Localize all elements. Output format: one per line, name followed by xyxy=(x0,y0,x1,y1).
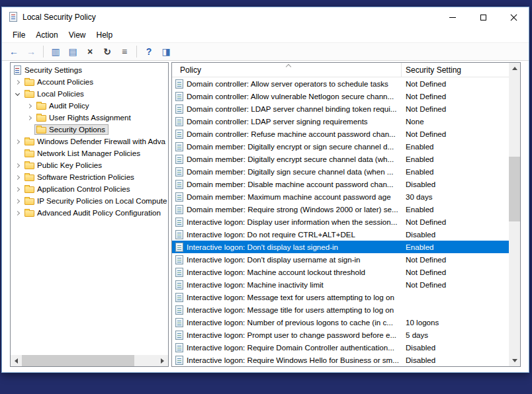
tree-chevron-slot[interactable] xyxy=(12,188,22,191)
tree-item-local-policies[interactable]: Local Policies xyxy=(11,88,168,100)
policy-row[interactable]: Interactive logon: Don't display usernam… xyxy=(172,253,509,266)
policy-row[interactable]: Interactive logon: Machine inactivity li… xyxy=(172,278,509,291)
policy-icon xyxy=(175,180,183,189)
tree-item-user-rights-assignment[interactable]: User Rights Assignment xyxy=(11,112,168,124)
menu-help[interactable]: Help xyxy=(91,28,118,42)
toolbar: ←→▥▤×↻≡?◨ xyxy=(2,42,529,61)
chevron-right-icon[interactable] xyxy=(15,79,19,84)
tree-item-security-options[interactable]: Security Options xyxy=(11,124,168,136)
vertical-scrollbar-thumb[interactable] xyxy=(509,157,520,221)
menu-file[interactable]: File xyxy=(7,28,30,42)
scroll-down-button[interactable] xyxy=(509,355,520,366)
policy-icon xyxy=(175,268,183,277)
action-pane-icon[interactable]: ◨ xyxy=(158,44,174,59)
list-header: Policy Security Setting xyxy=(172,63,509,77)
policy-row[interactable]: Interactive logon: Display user informat… xyxy=(172,216,509,228)
policy-icon xyxy=(175,343,183,352)
policy-icon xyxy=(175,280,183,290)
tree-item-account-policies[interactable]: Account Policies xyxy=(11,76,168,88)
policy-row[interactable]: Interactive logon: Require Domain Contro… xyxy=(172,341,509,354)
chevron-right-icon[interactable] xyxy=(15,163,19,167)
help-icon[interactable]: ? xyxy=(141,44,157,59)
policy-row[interactable]: Interactive logon: Machine account locko… xyxy=(172,266,509,278)
chevron-right-icon[interactable] xyxy=(26,103,31,108)
tree-chevron-slot[interactable] xyxy=(12,140,22,143)
tree-item-label: IP Security Policies on Local Compute xyxy=(37,196,167,205)
scroll-left-button[interactable] xyxy=(11,355,22,366)
policy-row[interactable]: Interactive logon: Message text for user… xyxy=(172,291,509,303)
export-list-icon[interactable]: ≡ xyxy=(116,44,132,59)
scroll-up-button[interactable] xyxy=(509,63,520,74)
column-header-security-setting[interactable]: Security Setting xyxy=(402,63,509,77)
tree-chevron-slot[interactable] xyxy=(12,81,22,84)
policy-name: Interactive logon: Don't display last si… xyxy=(187,243,402,251)
policy-icon xyxy=(175,205,183,214)
policy-row[interactable]: Domain controller: Refuse machine accoun… xyxy=(172,128,509,140)
horizontal-scrollbar-track[interactable] xyxy=(22,355,157,366)
tree-item-ip-security-policies-on-local-compute[interactable]: IP Security Policies on Local Compute xyxy=(11,195,168,207)
tree-node: Security Settings xyxy=(12,65,85,76)
policy-row[interactable]: Domain controller: Allow vulnerable Netl… xyxy=(172,90,509,102)
policy-setting: 10 logons xyxy=(402,318,509,327)
policy-name: Interactive logon: Message text for user… xyxy=(187,293,402,301)
tree-chevron-slot[interactable] xyxy=(12,164,22,167)
tree-item-public-key-policies[interactable]: Public Key Policies xyxy=(11,159,168,171)
tree-chevron-slot[interactable] xyxy=(24,116,34,120)
chevron-right-icon[interactable] xyxy=(15,139,19,143)
policy-row[interactable]: Domain controller: Allow server operator… xyxy=(172,77,509,90)
chevron-down-icon[interactable] xyxy=(15,91,19,95)
tree-item-software-restriction-policies[interactable]: Software Restriction Policies xyxy=(11,171,168,183)
window-list-icon[interactable]: ▤ xyxy=(65,44,81,59)
menu-view[interactable]: View xyxy=(64,28,91,42)
tree-horizontal-scrollbar[interactable] xyxy=(11,355,168,366)
policy-setting: Not Defined xyxy=(402,217,509,226)
console-tree-icon[interactable]: ▥ xyxy=(48,44,64,59)
horizontal-scrollbar-thumb[interactable] xyxy=(22,355,134,366)
close-button[interactable] xyxy=(498,7,529,27)
policy-row[interactable]: Interactive logon: Message title for use… xyxy=(172,303,509,316)
scroll-right-button[interactable] xyxy=(157,355,168,366)
back-icon[interactable]: ← xyxy=(6,44,22,59)
policy-row[interactable]: Domain member: Digitally encrypt secure … xyxy=(172,153,509,165)
chevron-right-icon[interactable] xyxy=(26,115,31,120)
policy-row[interactable]: Domain member: Maximum machine account p… xyxy=(172,190,509,203)
policy-row[interactable]: Domain controller: LDAP server signing r… xyxy=(172,115,509,128)
policy-row[interactable]: Interactive logon: Don't display last si… xyxy=(172,241,509,253)
list-vertical-scrollbar[interactable] xyxy=(509,63,520,366)
policy-row[interactable]: Interactive logon: Require Windows Hello… xyxy=(172,354,509,366)
policy-row[interactable]: Interactive logon: Prompt user to change… xyxy=(172,329,509,341)
folder-icon xyxy=(24,198,34,205)
policy-row[interactable]: Domain member: Digitally encrypt or sign… xyxy=(172,140,509,153)
chevron-right-icon[interactable] xyxy=(15,186,19,191)
tree-item-network-list-manager-policies[interactable]: Network List Manager Policies xyxy=(11,147,168,159)
chevron-right-icon[interactable] xyxy=(15,210,19,215)
policy-row[interactable]: Domain member: Digitally sign secure cha… xyxy=(172,165,509,178)
policy-row[interactable]: Interactive logon: Do not require CTRL+A… xyxy=(172,228,509,241)
tree-item-windows-defender-firewall-with-adva[interactable]: Windows Defender Firewall with Adva xyxy=(11,136,168,147)
tree-chevron-slot[interactable] xyxy=(12,93,22,95)
tree-item-audit-policy[interactable]: Audit Policy xyxy=(11,100,168,112)
tree-chevron-slot[interactable] xyxy=(12,176,22,179)
policy-setting: Not Defined xyxy=(402,255,509,264)
maximize-button[interactable] xyxy=(468,7,498,27)
chevron-right-icon[interactable] xyxy=(15,175,19,179)
tree-item-security-settings[interactable]: Security Settings xyxy=(11,64,168,76)
tree-item-advanced-audit-policy-configuration[interactable]: Advanced Audit Policy Configuration xyxy=(11,207,168,219)
tree-chevron-slot[interactable] xyxy=(12,200,22,203)
chevron-right-icon[interactable] xyxy=(15,198,19,203)
tree-chevron-slot[interactable] xyxy=(24,104,34,108)
tree-item-application-control-policies[interactable]: Application Control Policies xyxy=(11,183,168,195)
forward-icon[interactable]: → xyxy=(23,44,39,59)
vertical-scrollbar-track[interactable] xyxy=(509,74,520,355)
tree-chevron-slot[interactable] xyxy=(12,212,22,215)
refresh-icon[interactable]: ↻ xyxy=(99,44,115,59)
column-header-policy[interactable]: Policy xyxy=(172,63,402,77)
policy-icon xyxy=(175,318,183,327)
policy-row[interactable]: Domain member: Disable machine account p… xyxy=(172,178,509,190)
policy-row[interactable]: Interactive logon: Number of previous lo… xyxy=(172,316,509,329)
delete-icon[interactable]: × xyxy=(82,44,98,59)
policy-row[interactable]: Domain controller: LDAP server channel b… xyxy=(172,102,509,115)
policy-row[interactable]: Domain member: Require strong (Windows 2… xyxy=(172,203,509,216)
minimize-button[interactable] xyxy=(437,7,468,27)
menu-action[interactable]: Action xyxy=(30,28,63,42)
